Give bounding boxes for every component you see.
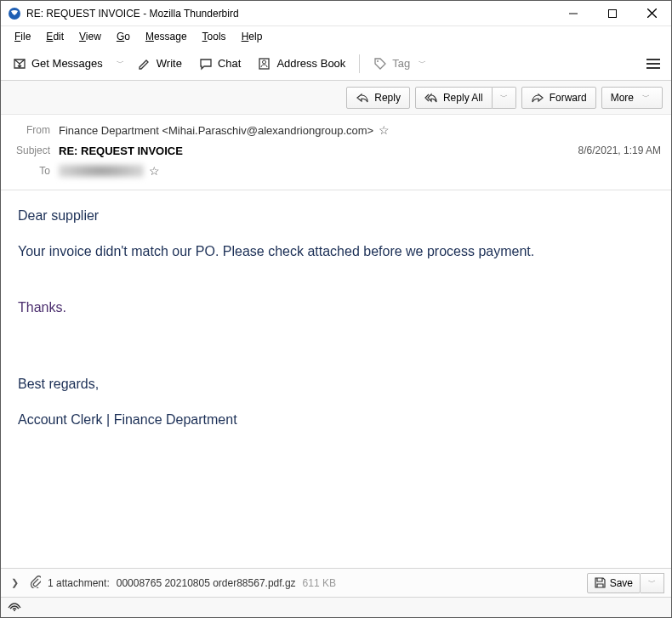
- to-label: To: [11, 165, 59, 177]
- status-bar: [1, 597, 671, 617]
- svg-point-7: [377, 60, 379, 62]
- from-label: From: [11, 124, 59, 136]
- from-value: Finance Department <Mihai.Paraschiv@alex…: [59, 123, 661, 137]
- body-regards: Best regards,: [18, 374, 654, 394]
- subject-label: Subject: [11, 145, 59, 156]
- subject-value: RE: REQUEST INVOICE: [59, 145, 578, 157]
- subject-row: Subject RE: REQUEST INVOICE 8/6/2021, 1:…: [11, 140, 661, 161]
- forward-button[interactable]: Forward: [521, 87, 596, 109]
- attachment-bar: ❯ 1 attachment: 00008765 20210805 order8…: [1, 568, 671, 597]
- to-value: ☆: [59, 164, 661, 178]
- attachment-count: 1 attachment:: [48, 577, 110, 589]
- thunderbird-icon: [8, 7, 21, 20]
- save-attachment-dropdown[interactable]: ﹀: [641, 573, 664, 593]
- app-menu-button[interactable]: [641, 52, 666, 76]
- message-headers: From Finance Department <Mihai.Paraschiv…: [1, 115, 671, 190]
- save-label: Save: [610, 577, 633, 589]
- chat-button[interactable]: Chat: [192, 52, 248, 76]
- tag-dropdown-arrow: ﹀: [415, 58, 430, 69]
- to-row: To ☆: [11, 161, 661, 181]
- menu-edit[interactable]: Edit: [39, 29, 71, 44]
- window-title: RE: REQUEST INVOICE - Mozilla Thunderbir…: [26, 8, 554, 20]
- body-signature: Account Clerk | Finance Department: [18, 410, 654, 430]
- toolbar-separator: [359, 54, 360, 73]
- menu-message[interactable]: Message: [139, 29, 194, 44]
- main-toolbar: Get Messages ﹀ Write Chat Address Book T…: [1, 47, 671, 81]
- menu-file[interactable]: File: [8, 29, 37, 44]
- tag-button[interactable]: Tag ﹀: [367, 52, 436, 76]
- menu-view[interactable]: View: [72, 29, 108, 44]
- reply-all-label: Reply All: [443, 92, 483, 104]
- minimize-button[interactable]: [554, 1, 593, 26]
- get-messages-label: Get Messages: [31, 57, 103, 70]
- reply-all-button[interactable]: Reply All: [415, 87, 493, 109]
- attachment-size: 611 KB: [303, 577, 336, 589]
- reply-label: Reply: [374, 92, 401, 104]
- reply-button[interactable]: Reply: [346, 87, 410, 109]
- svg-point-6: [263, 60, 266, 64]
- save-attachment-button[interactable]: Save: [587, 573, 641, 593]
- reply-all-dropdown[interactable]: ﹀: [493, 87, 516, 109]
- from-text[interactable]: Finance Department <Mihai.Paraschiv@alex…: [59, 124, 373, 137]
- message-action-bar: Reply Reply All ﹀ Forward More ﹀: [1, 81, 671, 115]
- app-window: RE: REQUEST INVOICE - Mozilla Thunderbir…: [0, 0, 672, 618]
- write-button[interactable]: Write: [131, 52, 189, 76]
- tag-label: Tag: [392, 57, 410, 70]
- more-button[interactable]: More ﹀: [601, 87, 663, 109]
- menubar: File Edit View Go Message Tools Help: [1, 26, 671, 47]
- svg-point-11: [14, 609, 15, 611]
- menu-tools[interactable]: Tools: [196, 29, 233, 44]
- body-line1: Your invoice didn't match our PO. Please…: [18, 241, 654, 262]
- titlebar: RE: REQUEST INVOICE - Mozilla Thunderbir…: [1, 1, 671, 26]
- get-messages-button[interactable]: Get Messages: [6, 52, 110, 76]
- forward-label: Forward: [550, 92, 587, 104]
- star-icon[interactable]: ☆: [379, 123, 390, 137]
- body-greeting: Dear supplier: [18, 206, 654, 226]
- close-button[interactable]: [632, 1, 671, 26]
- get-messages-dropdown[interactable]: ﹀: [113, 58, 128, 69]
- message-body: Dear supplier Your invoice didn't match …: [1, 190, 671, 568]
- address-book-button[interactable]: Address Book: [251, 52, 352, 76]
- connection-icon[interactable]: [8, 601, 21, 614]
- address-book-label: Address Book: [276, 57, 345, 70]
- subject-text: RE: REQUEST INVOICE: [59, 145, 183, 157]
- menu-help[interactable]: Help: [235, 29, 270, 44]
- maximize-button[interactable]: [593, 1, 632, 26]
- svg-rect-2: [609, 9, 617, 17]
- more-label: More: [611, 92, 634, 104]
- menu-go[interactable]: Go: [110, 29, 137, 44]
- paperclip-icon: [29, 575, 41, 591]
- reply-all-group: Reply All ﹀: [415, 87, 516, 109]
- from-row: From Finance Department <Mihai.Paraschiv…: [11, 120, 661, 140]
- window-controls: [554, 1, 671, 26]
- attachment-toggle[interactable]: ❯: [8, 577, 22, 588]
- attachment-filename[interactable]: 00008765 20210805 order88567.pdf.gz: [117, 577, 296, 589]
- body-thanks: Thanks.: [18, 298, 654, 318]
- to-redacted: [59, 164, 144, 178]
- chat-label: Chat: [218, 57, 241, 70]
- write-label: Write: [157, 57, 182, 70]
- star-icon[interactable]: ☆: [149, 164, 160, 178]
- message-date: 8/6/2021, 1:19 AM: [578, 145, 661, 156]
